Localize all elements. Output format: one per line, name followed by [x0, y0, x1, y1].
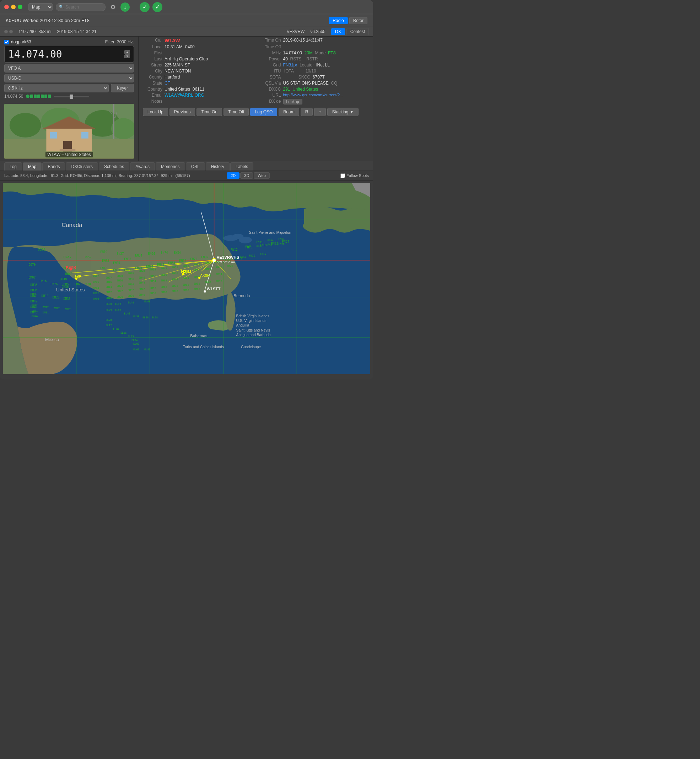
- dx-tab[interactable]: DX: [331, 28, 345, 35]
- tab-awards[interactable]: Awards: [130, 162, 155, 170]
- tab-qsl[interactable]: QSL: [186, 162, 205, 170]
- beam-button[interactable]: Beam: [278, 108, 299, 116]
- svg-text:DM13: DM13: [42, 294, 49, 298]
- call-label: Call: [143, 37, 162, 44]
- close-button[interactable]: [4, 5, 9, 9]
- tab-log[interactable]: Log: [4, 162, 22, 170]
- freq-up[interactable]: ▲: [124, 50, 130, 54]
- bottom-tabs-row: Log Map Bands DXClusters Schedules Award…: [0, 161, 373, 171]
- svg-text:EM58: EM58: [172, 266, 178, 269]
- settings-button[interactable]: ⚙: [108, 3, 118, 12]
- svg-text:EM64: EM64: [161, 279, 167, 282]
- svg-text:EN82: EN82: [201, 256, 208, 259]
- zip-code: 06111: [192, 87, 204, 92]
- sig-bar2: [34, 95, 37, 98]
- contest-tab[interactable]: Contest: [347, 28, 369, 35]
- mhz-label: MHz: [253, 50, 281, 56]
- slider-thumb[interactable]: [70, 95, 73, 99]
- web-tab[interactable]: Web: [254, 172, 269, 179]
- 2d-tab[interactable]: 2D: [227, 172, 239, 179]
- radio-tab[interactable]: Radio: [329, 17, 347, 24]
- logqso-button[interactable]: Log QSO: [250, 108, 277, 116]
- svg-text:U.S. Virgin Islands: U.S. Virgin Islands: [236, 319, 267, 323]
- tab-schedules[interactable]: Schedules: [99, 162, 129, 170]
- svg-text:EM36: EM36: [128, 278, 134, 281]
- svg-text:EM88: EM88: [205, 262, 211, 265]
- station-image: W1AW – United States: [4, 104, 134, 159]
- window-title: K0HUU Worked 2018-12-30 on 20m FT8: [6, 18, 89, 23]
- slider-track: [54, 96, 89, 97]
- svg-text:EM20: EM20: [117, 295, 123, 298]
- vfo-select[interactable]: VFO A: [4, 64, 134, 72]
- svg-text:DM12: DM12: [43, 306, 49, 309]
- fullscreen-button[interactable]: [18, 5, 22, 9]
- power-label: Power: [253, 56, 281, 62]
- tab-labels[interactable]: Labels: [230, 162, 253, 170]
- email-value: W1AW@ARRL.ORG: [164, 92, 250, 98]
- freq-row2: 14.074.50: [4, 94, 134, 99]
- county-value: Hartford: [164, 74, 250, 80]
- svg-text:EM52: EM52: [150, 286, 156, 290]
- stacking-label: Stacking: [332, 109, 348, 114]
- tab-bands[interactable]: Bands: [42, 162, 65, 170]
- svg-text:Bermuda: Bermuda: [233, 294, 250, 298]
- svg-text:EL58: EL58: [133, 315, 139, 318]
- svg-text:EL28: EL28: [106, 319, 112, 322]
- keyer-button[interactable]: Keyer: [111, 84, 134, 92]
- map-distance: 929 mi: [161, 173, 173, 178]
- minimize-button[interactable]: [11, 5, 16, 9]
- timeon-button[interactable]: Time On: [197, 108, 222, 116]
- top-section: dogpark63 Filter: 3000 Hz. 14.074.00 ▲ ▼…: [0, 37, 373, 161]
- plus-button[interactable]: +: [314, 108, 326, 116]
- rotor-tab[interactable]: Rotor: [349, 17, 367, 24]
- previous-button[interactable]: Previous: [169, 108, 195, 116]
- khz-select[interactable]: 0.5 kHz: [4, 84, 109, 92]
- svg-text:FM14: FM14: [216, 273, 222, 276]
- itu-value: IOTA 10/10: [283, 68, 369, 74]
- svg-rect-11: [60, 149, 75, 151]
- lookup-button[interactable]: Look Up: [143, 108, 168, 116]
- r-button[interactable]: R: [301, 108, 313, 116]
- check2-button[interactable]: ✓: [152, 2, 162, 12]
- svg-text:FN42: FN42: [245, 245, 251, 248]
- stacking-button[interactable]: Stacking ▼: [327, 108, 358, 116]
- mode-select[interactable]: USB-D: [4, 74, 134, 83]
- grid-label: Grid: [253, 62, 281, 68]
- qsl-via-text: US STATIONS PLEASE: [283, 81, 329, 86]
- sota-label: SOTA: [253, 74, 281, 80]
- map-status-bar: Latitude: 58.4, Longitude: -91.3, Grid: …: [0, 171, 373, 181]
- download-button[interactable]: ↓: [120, 3, 130, 12]
- state-val: CT: [164, 81, 170, 86]
- freq-display: 14.074.00 ▲ ▼: [4, 46, 134, 62]
- tab-map[interactable]: Map: [23, 162, 42, 170]
- svg-text:FN64: FN64: [278, 237, 284, 241]
- check1-button[interactable]: ✓: [140, 2, 150, 12]
- notes-value: [164, 98, 250, 105]
- vfo-row: VFO A: [4, 64, 134, 72]
- svg-text:DM11: DM11: [43, 311, 49, 314]
- tab-history[interactable]: History: [206, 162, 230, 170]
- follow-spots-checkbox[interactable]: [341, 173, 345, 178]
- grid-dn57: DN57: [83, 255, 91, 259]
- timeoff-button[interactable]: Time Off: [223, 108, 249, 116]
- search-input[interactable]: [66, 5, 101, 9]
- svg-text:DM78: DM78: [83, 283, 91, 286]
- svg-text:EL78: EL78: [152, 316, 158, 319]
- status-dots: [4, 30, 13, 33]
- svg-text:DM03: DM03: [31, 292, 38, 296]
- sig-bar4: [41, 95, 44, 98]
- svg-text:VE3VRWHS: VE3VRWHS: [217, 255, 239, 259]
- tab-dxclusters[interactable]: DXClusters: [66, 162, 98, 170]
- svg-text:EM48: EM48: [161, 267, 167, 270]
- svg-text:DM07: DM07: [28, 276, 36, 279]
- view-select[interactable]: Map: [28, 3, 53, 11]
- dogpark-checkbox[interactable]: [4, 40, 9, 44]
- map-view-tabs: 2D 3D Web: [227, 172, 270, 179]
- svg-text:FM00: FM00: [194, 287, 200, 290]
- tab-memories[interactable]: Memories: [156, 162, 185, 170]
- svg-rect-12: [113, 104, 114, 139]
- country-value: United States 06111: [164, 86, 250, 92]
- 3d-tab[interactable]: 3D: [240, 172, 253, 179]
- freq-down[interactable]: ▼: [124, 55, 130, 58]
- lookup-btn[interactable]: Lookup: [283, 99, 302, 105]
